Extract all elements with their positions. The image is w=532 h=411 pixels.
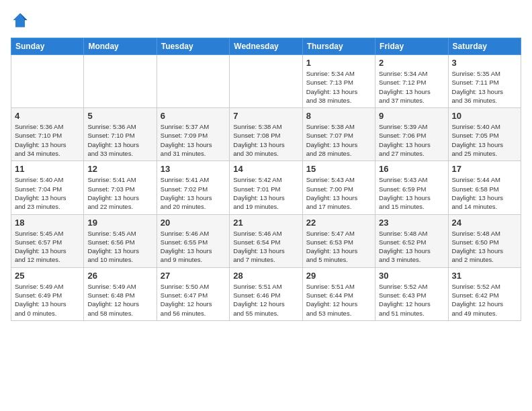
day-info: Sunrise: 5:36 AM Sunset: 7:10 PM Dayligh…: [87, 122, 152, 158]
day-number: 31: [452, 271, 517, 281]
calendar-week-row: 11Sunrise: 5:40 AM Sunset: 7:04 PM Dayli…: [11, 161, 521, 214]
weekday-header: Tuesday: [157, 38, 229, 55]
day-number: 13: [161, 164, 226, 174]
day-number: 16: [379, 164, 444, 174]
day-number: 5: [87, 111, 152, 121]
weekday-header-row: SundayMondayTuesdayWednesdayThursdayFrid…: [11, 38, 521, 55]
day-number: 26: [87, 271, 152, 281]
weekday-header: Thursday: [302, 38, 375, 55]
day-info: Sunrise: 5:45 AM Sunset: 6:56 PM Dayligh…: [87, 229, 152, 265]
day-info: Sunrise: 5:38 AM Sunset: 7:07 PM Dayligh…: [306, 122, 371, 158]
calendar-cell: [11, 55, 84, 108]
calendar-cell: 10Sunrise: 5:40 AM Sunset: 7:05 PM Dayli…: [448, 108, 521, 161]
day-number: 27: [161, 271, 226, 281]
day-number: 15: [306, 164, 371, 174]
calendar-cell: 27Sunrise: 5:50 AM Sunset: 6:47 PM Dayli…: [157, 267, 229, 320]
calendar-week-row: 25Sunrise: 5:49 AM Sunset: 6:49 PM Dayli…: [11, 267, 521, 320]
calendar-week-row: 18Sunrise: 5:45 AM Sunset: 6:57 PM Dayli…: [11, 214, 521, 267]
calendar-cell: 12Sunrise: 5:41 AM Sunset: 7:03 PM Dayli…: [84, 161, 157, 214]
day-info: Sunrise: 5:34 AM Sunset: 7:12 PM Dayligh…: [379, 69, 444, 105]
weekday-header: Friday: [375, 38, 448, 55]
calendar-week-row: 1Sunrise: 5:34 AM Sunset: 7:13 PM Daylig…: [11, 55, 521, 108]
day-info: Sunrise: 5:52 AM Sunset: 6:43 PM Dayligh…: [379, 282, 444, 318]
day-info: Sunrise: 5:48 AM Sunset: 6:50 PM Dayligh…: [452, 229, 517, 265]
calendar-cell: [230, 55, 302, 108]
day-number: 28: [233, 271, 298, 281]
day-number: 8: [306, 111, 371, 121]
day-number: 3: [452, 58, 517, 68]
day-number: 14: [233, 164, 298, 174]
day-number: 24: [452, 218, 517, 228]
day-info: Sunrise: 5:40 AM Sunset: 7:04 PM Dayligh…: [15, 175, 80, 211]
day-info: Sunrise: 5:43 AM Sunset: 6:59 PM Dayligh…: [379, 175, 444, 211]
weekday-header: Monday: [84, 38, 157, 55]
day-info: Sunrise: 5:36 AM Sunset: 7:10 PM Dayligh…: [15, 122, 80, 158]
calendar-cell: 29Sunrise: 5:51 AM Sunset: 6:44 PM Dayli…: [302, 267, 375, 320]
day-info: Sunrise: 5:45 AM Sunset: 6:57 PM Dayligh…: [15, 229, 80, 265]
day-number: 30: [379, 271, 444, 281]
calendar-cell: 1Sunrise: 5:34 AM Sunset: 7:13 PM Daylig…: [302, 55, 375, 108]
calendar-cell: 2Sunrise: 5:34 AM Sunset: 7:12 PM Daylig…: [375, 55, 448, 108]
day-info: Sunrise: 5:37 AM Sunset: 7:09 PM Dayligh…: [161, 122, 226, 158]
calendar-cell: 31Sunrise: 5:52 AM Sunset: 6:42 PM Dayli…: [448, 267, 521, 320]
day-number: 4: [15, 111, 80, 121]
day-info: Sunrise: 5:49 AM Sunset: 6:48 PM Dayligh…: [87, 282, 152, 318]
day-number: 17: [452, 164, 517, 174]
day-number: 11: [15, 164, 80, 174]
calendar-cell: [157, 55, 229, 108]
day-info: Sunrise: 5:38 AM Sunset: 7:08 PM Dayligh…: [233, 122, 298, 158]
calendar-cell: 30Sunrise: 5:52 AM Sunset: 6:43 PM Dayli…: [375, 267, 448, 320]
day-number: 1: [306, 58, 371, 68]
day-info: Sunrise: 5:34 AM Sunset: 7:13 PM Dayligh…: [306, 69, 371, 105]
day-number: 10: [452, 111, 517, 121]
logo: [11, 11, 32, 30]
day-number: 2: [379, 58, 444, 68]
calendar-week-row: 4Sunrise: 5:36 AM Sunset: 7:10 PM Daylig…: [11, 108, 521, 161]
calendar-cell: 9Sunrise: 5:39 AM Sunset: 7:06 PM Daylig…: [375, 108, 448, 161]
day-info: Sunrise: 5:41 AM Sunset: 7:03 PM Dayligh…: [87, 175, 152, 211]
day-info: Sunrise: 5:51 AM Sunset: 6:46 PM Dayligh…: [233, 282, 298, 318]
calendar-cell: 18Sunrise: 5:45 AM Sunset: 6:57 PM Dayli…: [11, 214, 84, 267]
calendar-cell: 6Sunrise: 5:37 AM Sunset: 7:09 PM Daylig…: [157, 108, 229, 161]
day-number: 25: [15, 271, 80, 281]
calendar-cell: 8Sunrise: 5:38 AM Sunset: 7:07 PM Daylig…: [302, 108, 375, 161]
day-number: 22: [306, 218, 371, 228]
calendar-cell: 19Sunrise: 5:45 AM Sunset: 6:56 PM Dayli…: [84, 214, 157, 267]
calendar: SundayMondayTuesdayWednesdayThursdayFrid…: [11, 38, 521, 321]
day-info: Sunrise: 5:48 AM Sunset: 6:52 PM Dayligh…: [379, 229, 444, 265]
calendar-cell: 28Sunrise: 5:51 AM Sunset: 6:46 PM Dayli…: [230, 267, 302, 320]
day-info: Sunrise: 5:46 AM Sunset: 6:54 PM Dayligh…: [233, 229, 298, 265]
calendar-cell: 14Sunrise: 5:42 AM Sunset: 7:01 PM Dayli…: [230, 161, 302, 214]
logo-icon: [11, 11, 30, 30]
calendar-cell: 5Sunrise: 5:36 AM Sunset: 7:10 PM Daylig…: [84, 108, 157, 161]
calendar-cell: 22Sunrise: 5:47 AM Sunset: 6:53 PM Dayli…: [302, 214, 375, 267]
day-info: Sunrise: 5:50 AM Sunset: 6:47 PM Dayligh…: [161, 282, 226, 318]
calendar-cell: 3Sunrise: 5:35 AM Sunset: 7:11 PM Daylig…: [448, 55, 521, 108]
calendar-cell: 21Sunrise: 5:46 AM Sunset: 6:54 PM Dayli…: [230, 214, 302, 267]
day-info: Sunrise: 5:43 AM Sunset: 7:00 PM Dayligh…: [306, 175, 371, 211]
day-info: Sunrise: 5:41 AM Sunset: 7:02 PM Dayligh…: [161, 175, 226, 211]
day-number: 19: [87, 218, 152, 228]
day-info: Sunrise: 5:40 AM Sunset: 7:05 PM Dayligh…: [452, 122, 517, 158]
calendar-cell: 20Sunrise: 5:46 AM Sunset: 6:55 PM Dayli…: [157, 214, 229, 267]
day-number: 9: [379, 111, 444, 121]
calendar-cell: [84, 55, 157, 108]
page-header: [11, 11, 521, 30]
weekday-header: Wednesday: [230, 38, 302, 55]
day-info: Sunrise: 5:42 AM Sunset: 7:01 PM Dayligh…: [233, 175, 298, 211]
calendar-cell: 11Sunrise: 5:40 AM Sunset: 7:04 PM Dayli…: [11, 161, 84, 214]
day-number: 20: [161, 218, 226, 228]
day-number: 6: [161, 111, 226, 121]
weekday-header: Saturday: [448, 38, 521, 55]
day-info: Sunrise: 5:52 AM Sunset: 6:42 PM Dayligh…: [452, 282, 517, 318]
calendar-cell: 26Sunrise: 5:49 AM Sunset: 6:48 PM Dayli…: [84, 267, 157, 320]
day-number: 29: [306, 271, 371, 281]
day-number: 7: [233, 111, 298, 121]
day-number: 23: [379, 218, 444, 228]
calendar-cell: 23Sunrise: 5:48 AM Sunset: 6:52 PM Dayli…: [375, 214, 448, 267]
day-number: 18: [15, 218, 80, 228]
calendar-cell: 16Sunrise: 5:43 AM Sunset: 6:59 PM Dayli…: [375, 161, 448, 214]
calendar-cell: 7Sunrise: 5:38 AM Sunset: 7:08 PM Daylig…: [230, 108, 302, 161]
calendar-cell: 15Sunrise: 5:43 AM Sunset: 7:00 PM Dayli…: [302, 161, 375, 214]
day-info: Sunrise: 5:49 AM Sunset: 6:49 PM Dayligh…: [15, 282, 80, 318]
